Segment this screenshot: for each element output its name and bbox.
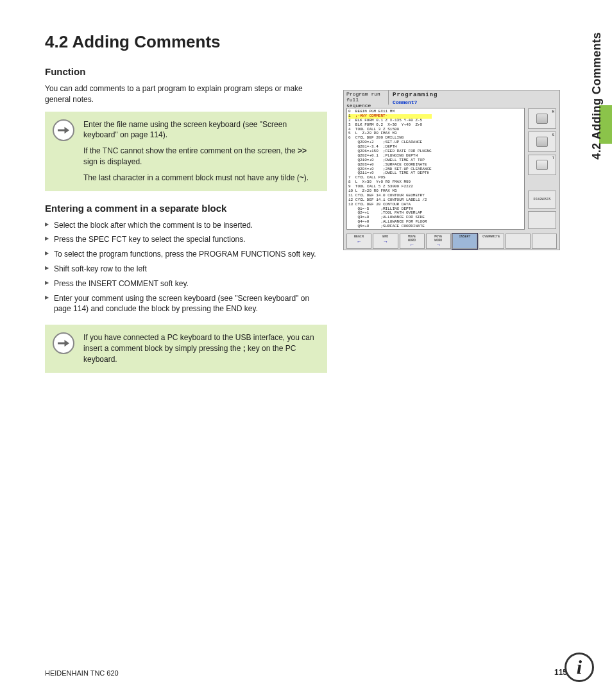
note1-p1: Enter the file name using the screen key… — [83, 119, 318, 141]
softkey-move-word-left[interactable]: MOVE WORD — [400, 234, 425, 249]
side-button-column: M S T DIAGNOSIS — [526, 107, 558, 231]
softkey-overwrite[interactable]: OVERWRITE — [479, 234, 504, 249]
side-btn-m[interactable]: M — [528, 108, 556, 129]
step-item: Enter your comment using the screen keyb… — [45, 293, 327, 315]
softkey-begin[interactable]: BEGIN — [346, 234, 371, 249]
mode-left-label: Program run full sequence — [344, 90, 389, 105]
side-tab-label: 4.2 Adding Comments — [589, 28, 605, 164]
step-list: Select the block after which the comment… — [45, 220, 327, 315]
note1-p2: If the TNC cannot show the entire commen… — [83, 146, 318, 167]
code-listing: 0 BEGIN PGM EX11 MM1 ;-ANY COMMENT-2 BLK… — [346, 108, 525, 230]
page-footer: HEIDENHAIN TNC 620 115 — [45, 668, 567, 677]
side-tab: 4.2 Adding Comments — [589, 28, 612, 164]
softkey-end[interactable]: END — [373, 234, 398, 249]
sub-heading-function: Function — [45, 66, 567, 77]
side-btn-blank[interactable] — [528, 211, 556, 229]
tnc-screenshot: Program run full sequence Programming Co… — [343, 90, 560, 250]
side-btn-t[interactable]: T — [528, 155, 556, 175]
section-heading: 4.2 Adding Comments — [45, 32, 567, 52]
softkey-row: BEGIN END MOVE WORD MOVE WORD INSERT OVE… — [344, 232, 559, 250]
step-item: Shift soft-key row to the left — [45, 264, 327, 275]
side-btn-s[interactable]: S — [528, 132, 556, 152]
arrow-right-icon — [53, 332, 74, 354]
step-item: Press the SPEC FCT key to select the spe… — [45, 234, 327, 245]
softkey-move-word-right[interactable]: MOVE WORD — [426, 234, 451, 249]
footer-product: HEIDENHAIN TNC 620 — [45, 669, 119, 677]
intro-paragraph: You can add comments to a part program t… — [45, 83, 321, 105]
softkey-blank[interactable] — [532, 234, 557, 249]
step-item: Press the INSERT COMMENT soft key. — [45, 278, 327, 289]
note1-p3: The last character in a comment block mu… — [83, 173, 318, 184]
note-box-2: If you have connected a PC keyboard to t… — [45, 325, 327, 372]
note-box-1: Enter the file name using the screen key… — [45, 112, 327, 191]
arrow-right-icon — [53, 119, 74, 141]
softkey-blank[interactable] — [506, 234, 531, 249]
softkey-insert[interactable]: INSERT — [452, 234, 477, 249]
note2-p1: If you have connected a PC keyboard to t… — [83, 332, 318, 364]
step-item: Select the block after which the comment… — [45, 220, 327, 231]
side-btn-diagnosis[interactable]: DIAGNOSIS — [528, 191, 556, 209]
info-icon: i — [565, 653, 594, 682]
step-item: To select the program functions, press t… — [45, 249, 327, 260]
